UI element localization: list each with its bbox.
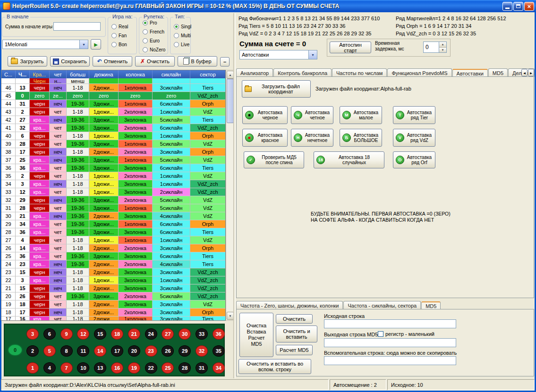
spin-row[interactable]: 3725кра...неч19-363дюжи...1колонка5сикла… xyxy=(1,156,225,164)
column-header[interactable]: Кра... xyxy=(30,70,50,78)
check-md5-button[interactable]: ✓Проверить МД5 после спина xyxy=(244,151,304,168)
spin-row[interactable]: 3229черннеч19-363дюжи...2колонка5сиклайн… xyxy=(1,196,225,204)
autobet-big-button[interactable]: БАвтоставка БОЛЬШОЕ xyxy=(340,129,382,147)
board-number-0[interactable]: 0 xyxy=(8,344,23,356)
md5-output-input[interactable] xyxy=(324,338,456,347)
board-number-32[interactable]: 32 xyxy=(196,345,208,357)
checkbox-icon[interactable] xyxy=(378,331,383,337)
md5-calc-button[interactable]: Расчет MD5 xyxy=(276,345,313,355)
radio-french[interactable]: French xyxy=(139,27,168,36)
spin-row[interactable]: 352чернчет1-181дюжи...2колонка1сиклайнVd… xyxy=(1,172,225,180)
board-number-26[interactable]: 26 xyxy=(162,345,174,357)
board-number-11[interactable]: 11 xyxy=(77,345,89,357)
radio-pro[interactable]: Pro xyxy=(139,18,168,27)
tab-4[interactable]: Функционал PsevdoMS xyxy=(387,68,451,77)
md5-clear-paste-button[interactable]: Очистить и вставить xyxy=(276,325,317,342)
board-number-29[interactable]: 29 xyxy=(179,345,191,357)
spin-row[interactable]: 2836кра...чет19-363дюжи...3колонка6сикла… xyxy=(1,228,225,236)
board-number-10[interactable]: 10 xyxy=(77,362,89,374)
scroll-up-icon[interactable]: ▲ xyxy=(227,71,234,79)
radio-bon[interactable]: Bon xyxy=(108,40,136,49)
column-header[interactable]: колонка xyxy=(119,70,153,78)
scroll-down-icon[interactable]: ▼ xyxy=(227,312,234,320)
board-number-25[interactable]: 25 xyxy=(162,362,174,374)
load-button[interactable]: Загрузить xyxy=(8,56,47,67)
autobet-black-button[interactable]: ■Автоставка черное xyxy=(242,106,288,124)
spin-row[interactable]: 2423кра...неч19-362дюжи...2колонка4сикла… xyxy=(1,260,225,268)
spin-row[interactable]: 3312кра...чет1-181дюжи...3колонка2сиклай… xyxy=(1,188,225,196)
autobet-vdz-button[interactable]: VАвтоставка ряд VdZ xyxy=(393,129,435,147)
spin-row[interactable]: 3928чернчет19-363дюжи...1колонка5сиклайн… xyxy=(1,140,225,148)
board-number-33[interactable]: 33 xyxy=(196,328,208,340)
save-button[interactable]: Сохранить xyxy=(50,56,90,67)
table-scrollbar[interactable]: ▲ ▼ xyxy=(226,70,234,321)
tab-scroll-left-icon[interactable]: ◀ xyxy=(521,69,527,76)
autobet-tier-button[interactable]: ТАвтоставка ряд Tier xyxy=(393,106,435,124)
board-number-4[interactable]: 4 xyxy=(43,362,56,374)
board-number-12[interactable]: 12 xyxy=(77,328,89,340)
undo-button[interactable]: ↶Отменить xyxy=(93,56,132,67)
column-header[interactable]: Ч... xyxy=(16,70,30,78)
board-number-15[interactable]: 15 xyxy=(94,328,106,340)
autobet-odd-button[interactable]: НАвтоставка нечетное xyxy=(291,129,333,147)
radio-singl[interactable]: Singl xyxy=(170,22,190,31)
board-number-23[interactable]: 23 xyxy=(145,345,157,357)
board-number-21[interactable]: 21 xyxy=(128,328,140,340)
load-coords-button[interactable]: Загрузить файл координат xyxy=(242,80,311,98)
spin-row[interactable]: 3636кра...чет19-363дюжи...3колонка6сикла… xyxy=(1,164,225,172)
board-number-5[interactable]: 5 xyxy=(43,345,56,357)
spin-row[interactable]: 3021кра...неч19-362дюжи...3колонка4сикла… xyxy=(1,212,225,220)
start-sum-input[interactable] xyxy=(53,22,101,31)
md5-aux-input[interactable] xyxy=(324,356,456,365)
spin-row[interactable]: 2536кра...чет19-363дюжи...3колонка6сикла… xyxy=(1,252,225,260)
spin-row[interactable]: 2934кра...чет19-363дюжи...1колонка6сикла… xyxy=(1,220,225,228)
radio-euro[interactable]: Euro xyxy=(139,36,168,45)
board-number-24[interactable]: 24 xyxy=(145,328,157,340)
radio-fan[interactable]: Fan xyxy=(108,31,136,40)
profile-combo[interactable]: 1Melonati ▼ xyxy=(2,40,88,49)
board-number-8[interactable]: 8 xyxy=(60,345,73,357)
spin-row[interactable]: 1817черннеч1-182дюжи...2колонка3сиклайнO… xyxy=(1,309,225,317)
column-header[interactable]: сиклайн xyxy=(153,70,190,78)
board-number-17[interactable]: 17 xyxy=(111,345,123,357)
board-number-6[interactable]: 6 xyxy=(43,328,56,340)
delay-spinner[interactable]: 0 ▲ ▼ xyxy=(423,42,447,53)
spin-up-icon[interactable]: ▲ xyxy=(439,42,446,48)
tab-6[interactable]: MD5 xyxy=(488,68,508,77)
md5-big-button[interactable]: Очистка Вставка Расчет MD5 xyxy=(239,313,273,357)
board-number-14[interactable]: 14 xyxy=(94,345,106,357)
spin-row-partial[interactable]: Чернн...менш xyxy=(1,78,225,84)
spin-row[interactable]: 4227кра...неч19-363дюжи...3колонка5сикла… xyxy=(1,116,225,124)
board-number-1[interactable]: 1 xyxy=(26,362,39,374)
board-number-18[interactable]: 18 xyxy=(111,328,123,340)
board-number-2[interactable]: 2 xyxy=(26,345,39,357)
autobet-orf-button[interactable]: ОАвтоставка ряд Orf xyxy=(393,151,435,168)
clear-button[interactable]: ✗Очистить xyxy=(135,56,175,67)
board-number-7[interactable]: 7 xyxy=(60,362,73,374)
tab-2[interactable]: Контроль банкролла xyxy=(273,68,332,77)
spin-row-partial[interactable]: 1716кра...чет1-182дюжи...1колонка3сиклай… xyxy=(1,317,225,321)
spin-row[interactable]: 343кра...неч1-181дюжи...3колонка1сиклайн… xyxy=(1,180,225,188)
board-number-22[interactable]: 22 xyxy=(145,362,157,374)
column-header[interactable]: дюжина xyxy=(89,70,119,78)
board-number-36[interactable]: 36 xyxy=(213,328,225,340)
md5-source-input[interactable] xyxy=(324,319,456,328)
radio-nozero[interactable]: NoZero xyxy=(139,45,168,54)
column-header[interactable]: чет xyxy=(50,70,67,78)
autobet-red-button[interactable]: ■Автоставка красное xyxy=(242,129,288,147)
restore-button[interactable] xyxy=(513,2,523,11)
board-number-16[interactable]: 16 xyxy=(111,362,123,374)
chevron-down-icon[interactable]: ▼ xyxy=(79,40,88,49)
board-number-13[interactable]: 13 xyxy=(94,362,106,374)
register-checkbox[interactable]: регистр - маленький xyxy=(378,331,434,337)
autobet-small-button[interactable]: МАвтоставка малое xyxy=(340,106,382,124)
autobet-random18-button[interactable]: 18Автоставка 18 случайных xyxy=(314,151,384,168)
tab-1[interactable]: Анализатор xyxy=(236,68,273,77)
spin-row[interactable]: 450zeroze...zerozerozerozeroVdZ_zch xyxy=(1,92,225,100)
chevron-down-icon[interactable]: ▼ xyxy=(308,50,317,59)
radio-multi[interactable]: Multi xyxy=(170,31,190,40)
board-number-20[interactable]: 20 xyxy=(128,345,140,357)
tab-scroll-right-icon[interactable]: ▶ xyxy=(528,69,534,76)
copy-buffer-button[interactable]: В буфер xyxy=(178,56,217,67)
spin-row[interactable]: 4132кра...чет19-363дюжи...2колонка6сикла… xyxy=(1,124,225,132)
